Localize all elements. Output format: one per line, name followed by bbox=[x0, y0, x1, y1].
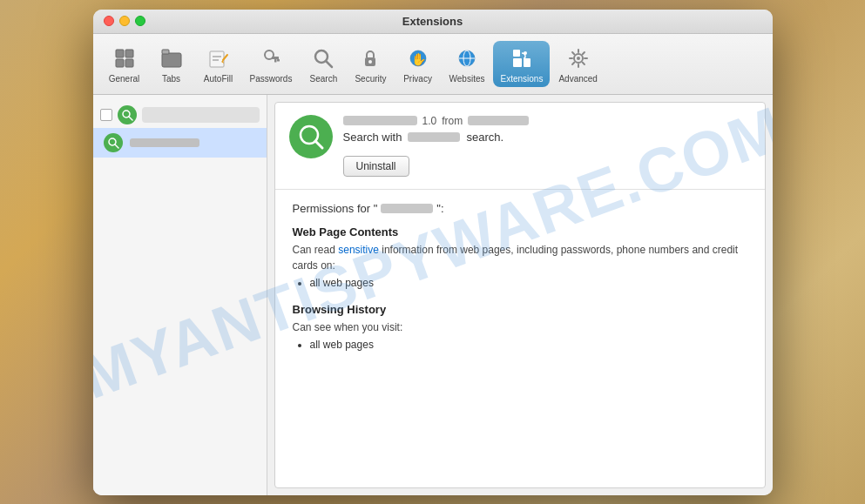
svg-line-29 bbox=[129, 117, 132, 120]
browsing-history-group: Browsing History Can see when you visit:… bbox=[293, 303, 747, 351]
svg-point-27 bbox=[577, 57, 580, 60]
extension-version: 1.0 bbox=[422, 115, 437, 127]
toolbar-item-websites[interactable]: Websites bbox=[443, 41, 492, 87]
general-icon bbox=[111, 44, 139, 72]
sidebar-item-icon bbox=[104, 133, 123, 152]
web-page-contents-group: Web Page Contents Can read sensitive inf… bbox=[293, 225, 747, 289]
security-label: Security bbox=[355, 74, 386, 84]
web-page-contents-desc: Can read sensitive information from web … bbox=[293, 242, 747, 273]
svg-point-16 bbox=[368, 60, 372, 64]
search-toolbar-icon bbox=[309, 44, 337, 72]
browsing-history-desc: Can see when you visit: bbox=[293, 319, 747, 335]
autofill-icon bbox=[205, 44, 233, 72]
sidebar-item-name-bar bbox=[130, 138, 199, 147]
svg-point-25 bbox=[524, 51, 527, 55]
toolbar: General Tabs Au bbox=[93, 34, 773, 95]
permissions-title: Permissions for " ": bbox=[293, 202, 747, 215]
maximize-button[interactable] bbox=[135, 16, 145, 26]
toolbar-item-passwords[interactable]: Passwords bbox=[243, 41, 300, 87]
extensions-icon bbox=[508, 44, 536, 72]
sidebar-checkbox[interactable] bbox=[100, 109, 112, 121]
web-page-contents-list: all web pages bbox=[310, 277, 747, 289]
toolbar-item-general[interactable]: General bbox=[102, 41, 147, 87]
main-window: MYANTISPYWARE.COM Extensions General bbox=[93, 10, 773, 495]
uninstall-button[interactable]: Uninstall bbox=[343, 156, 409, 177]
toolbar-item-search[interactable]: Search bbox=[301, 41, 346, 87]
titlebar: Extensions bbox=[93, 10, 773, 34]
svg-rect-22 bbox=[513, 58, 522, 67]
toolbar-item-tabs[interactable]: Tabs bbox=[149, 41, 194, 87]
svg-rect-11 bbox=[277, 59, 280, 62]
main-panel: 1.0 from Search with search. Uninstall bbox=[274, 102, 766, 488]
toolbar-item-security[interactable]: Security bbox=[348, 41, 393, 87]
passwords-icon bbox=[257, 44, 285, 72]
security-icon bbox=[356, 44, 384, 72]
permissions-suffix: ": bbox=[436, 202, 443, 215]
svg-rect-0 bbox=[116, 50, 124, 57]
svg-rect-23 bbox=[524, 58, 530, 67]
svg-rect-1 bbox=[116, 59, 124, 67]
extension-meta: 1.0 from bbox=[343, 115, 751, 127]
svg-line-14 bbox=[326, 61, 332, 67]
content-area: 1.0 from Search with search. Uninstall bbox=[93, 95, 773, 495]
extension-source-blurred bbox=[468, 116, 529, 125]
close-button[interactable] bbox=[104, 16, 114, 26]
svg-rect-10 bbox=[272, 57, 279, 59]
svg-rect-3 bbox=[125, 59, 133, 67]
extension-info: 1.0 from Search with search. Uninstall bbox=[343, 115, 751, 177]
svg-line-33 bbox=[315, 141, 322, 148]
sidebar-item-text bbox=[130, 138, 256, 147]
privacy-icon: ✋ bbox=[404, 44, 432, 72]
toolbar-item-extensions[interactable]: Extensions bbox=[493, 41, 550, 87]
toolbar-item-advanced[interactable]: Advanced bbox=[551, 41, 604, 87]
svg-rect-12 bbox=[274, 59, 277, 63]
web-page-contents-title: Web Page Contents bbox=[293, 225, 747, 239]
svg-rect-24 bbox=[513, 50, 520, 57]
extension-description: Search with search. bbox=[343, 131, 751, 144]
search-label: Search bbox=[310, 74, 338, 84]
advanced-label: Advanced bbox=[558, 74, 597, 84]
browsing-history-title: Browsing History bbox=[293, 303, 747, 316]
tabs-label: Tabs bbox=[162, 74, 180, 84]
web-page-contents-item: all web pages bbox=[310, 277, 747, 289]
toolbar-item-autofill[interactable]: AutoFill bbox=[196, 41, 241, 87]
extension-header: 1.0 from Search with search. Uninstall bbox=[275, 103, 765, 190]
permissions-prefix: Permissions for " bbox=[293, 202, 378, 215]
traffic-lights bbox=[104, 16, 145, 26]
window-title: Extensions bbox=[402, 15, 463, 28]
svg-text:✋: ✋ bbox=[410, 52, 426, 67]
autofill-label: AutoFill bbox=[204, 74, 233, 84]
browsing-history-list: all web pages bbox=[310, 339, 747, 351]
browsing-history-item: all web pages bbox=[310, 339, 747, 351]
passwords-label: Passwords bbox=[250, 74, 293, 84]
svg-rect-4 bbox=[162, 53, 181, 67]
search-with-text: Search with bbox=[343, 131, 402, 144]
svg-rect-5 bbox=[162, 50, 169, 54]
sensitive-link[interactable]: sensitive bbox=[338, 244, 379, 256]
sidebar-list-item[interactable] bbox=[93, 128, 267, 158]
sidebar-header bbox=[93, 102, 267, 128]
permissions-name-blurred bbox=[381, 204, 433, 213]
tabs-icon bbox=[158, 44, 186, 72]
minimize-button[interactable] bbox=[119, 16, 130, 26]
svg-rect-6 bbox=[210, 51, 224, 67]
extensions-label: Extensions bbox=[500, 74, 543, 84]
toolbar-item-privacy[interactable]: ✋ Privacy bbox=[395, 41, 441, 87]
advanced-icon bbox=[564, 44, 592, 72]
permissions-section: Permissions for " ": Web Page Contents C… bbox=[275, 190, 765, 377]
sidebar bbox=[93, 95, 267, 495]
general-label: General bbox=[109, 74, 140, 84]
extension-logo bbox=[289, 115, 333, 158]
websites-icon bbox=[453, 44, 481, 72]
uninstall-container: Uninstall bbox=[343, 149, 751, 177]
extension-desc-blurred bbox=[408, 132, 460, 142]
search-suffix: search. bbox=[466, 131, 503, 144]
sidebar-search-bar bbox=[142, 107, 260, 123]
svg-line-31 bbox=[115, 144, 118, 148]
privacy-label: Privacy bbox=[403, 74, 432, 84]
sidebar-search-icon bbox=[118, 105, 137, 124]
svg-rect-2 bbox=[125, 50, 133, 57]
extension-name-blurred bbox=[343, 116, 417, 125]
extension-from: from bbox=[442, 115, 463, 127]
websites-label: Websites bbox=[449, 74, 485, 84]
